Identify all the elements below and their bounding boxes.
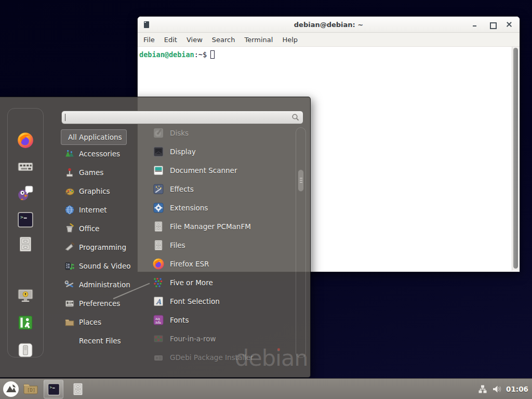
taskbar-terminal-active[interactable]: >	[44, 380, 63, 398]
volume-icon[interactable]	[492, 384, 501, 394]
app-fonts[interactable]: aaa& Fonts	[147, 312, 292, 328]
category-label: Office	[79, 224, 99, 233]
category-label: Sound & Video	[79, 262, 130, 270]
app-label: GDebi Package Installer	[170, 353, 254, 362]
app-files[interactable]: Files	[147, 237, 292, 254]
app-firefox-esr[interactable]: Firefox ESR	[147, 256, 292, 272]
app-display[interactable]: Display	[147, 143, 292, 160]
svg-text:A: A	[156, 298, 162, 305]
favorite-firefox[interactable]	[17, 131, 34, 149]
menu-button[interactable]	[3, 381, 19, 397]
app-extensions[interactable]: Extensions	[147, 200, 292, 216]
app-label: Fonts	[170, 316, 189, 324]
category-label: Games	[79, 168, 103, 177]
display-icon	[152, 145, 165, 158]
menu-help[interactable]: Help	[277, 34, 302, 46]
four-in-a-row-icon	[152, 332, 165, 345]
category-accessories[interactable]: Accessories	[61, 145, 144, 162]
app-four-in-a-row[interactable]: Four-in-a-row	[147, 330, 292, 347]
app-effects[interactable]: Effects	[147, 181, 292, 197]
games-icon	[64, 167, 75, 178]
file-cabinet-icon	[152, 239, 165, 251]
file-cabinet-icon	[152, 220, 165, 233]
svg-text:>: >	[49, 384, 52, 389]
category-label: Places	[79, 318, 101, 326]
log-out-icon	[17, 314, 34, 331]
gdebi-icon	[152, 351, 165, 364]
search-icon	[291, 113, 300, 122]
power-switch-icon	[17, 341, 34, 359]
fonts-icon: aaa&	[152, 314, 165, 326]
disks-icon	[152, 127, 165, 139]
app-label: Firefox ESR	[170, 260, 209, 268]
session-log-out[interactable]	[17, 314, 34, 331]
app-font-selection[interactable]: A Font Selection	[147, 293, 292, 310]
category-internet[interactable]: Internet	[61, 202, 144, 218]
minimize-button[interactable]	[472, 22, 478, 28]
font-selection-icon: A	[152, 295, 165, 308]
app-file-manager-pcmanfm[interactable]: File Manager PCManFM	[147, 218, 292, 235]
category-label: Preferences	[79, 299, 120, 308]
app-label: Document Scanner	[170, 166, 237, 175]
session-quit[interactable]	[17, 341, 34, 359]
app-label: Effects	[170, 185, 194, 193]
app-gdebi-package-installer[interactable]: GDebi Package Installer	[147, 349, 292, 366]
favorite-terminal[interactable]: >	[17, 211, 34, 229]
category-games[interactable]: Games	[61, 164, 144, 181]
session-lock-screen[interactable]	[17, 287, 34, 304]
app-label: Disks	[170, 129, 189, 137]
graphics-icon	[64, 186, 75, 196]
favorite-pidgin[interactable]	[17, 183, 34, 201]
recent-files-spacer	[64, 336, 75, 346]
menu-search[interactable]: Search	[207, 34, 240, 46]
category-preferences[interactable]: Preferences	[61, 295, 144, 312]
category-label: Graphics	[79, 187, 110, 195]
prompt-user-host: debian@debian	[139, 50, 194, 59]
svg-text:[D]: [D]	[27, 388, 35, 393]
category-sound-video[interactable]: Sound & Video	[61, 258, 144, 274]
firefox-icon	[17, 131, 34, 149]
prompt-suffix: :~$	[194, 50, 207, 59]
terminal-app-icon	[144, 21, 149, 28]
terminal-menubar: File Edit View Search Terminal Help	[138, 33, 520, 47]
category-programming[interactable]: Programming	[61, 239, 144, 256]
category-places[interactable]: Places	[61, 314, 144, 330]
desktop-folder-launcher[interactable]: [D]	[22, 381, 39, 397]
close-button[interactable]	[507, 22, 512, 28]
app-disks[interactable]: Disks	[147, 125, 292, 141]
menu-scrollbar[interactable]	[296, 127, 306, 358]
app-label: Five or More	[170, 278, 213, 287]
category-all-applications[interactable]: All Applications	[61, 129, 127, 145]
file-manager-launcher[interactable]	[71, 382, 85, 396]
menu-file[interactable]: File	[139, 34, 159, 46]
favorite-file-manager[interactable]	[17, 235, 34, 253]
app-document-scanner[interactable]: Document Scanner	[147, 162, 292, 179]
menu-terminal[interactable]: Terminal	[240, 34, 277, 46]
document-scanner-icon	[152, 164, 165, 177]
terminal-scrollbar-thumb[interactable]	[513, 48, 518, 269]
menu-logo-icon	[3, 381, 19, 397]
app-five-or-more[interactable]: Five or More	[147, 274, 292, 291]
clock[interactable]: 01:06	[506, 385, 530, 393]
terminal-titlebar[interactable]: debian@debian: ~	[138, 17, 520, 33]
menu-scrollbar-thumb[interactable]	[298, 169, 304, 192]
category-label: Administration	[79, 281, 130, 289]
maximize-button[interactable]	[489, 22, 495, 28]
favorite-keyboard[interactable]	[17, 158, 34, 176]
menu-edit[interactable]: Edit	[159, 34, 182, 46]
menu-view[interactable]: View	[182, 34, 207, 46]
category-graphics[interactable]: Graphics	[61, 183, 144, 200]
pidgin-icon	[17, 183, 34, 201]
category-label: Accessories	[79, 150, 120, 158]
app-label: Display	[170, 148, 196, 156]
file-cabinet-icon	[17, 235, 34, 253]
debian-watermark-dot	[277, 348, 280, 351]
search-input[interactable]	[61, 111, 303, 124]
terminal-scrollbar[interactable]	[512, 47, 519, 271]
network-icon[interactable]	[478, 384, 487, 394]
desktop: { "colors": { "desktop_bg": "#04041f", "…	[0, 0, 532, 399]
preferences-icon	[64, 298, 75, 309]
category-label: Programming	[79, 243, 126, 251]
category-recent-files[interactable]: Recent Files	[61, 332, 144, 349]
category-office[interactable]: Office	[61, 220, 144, 237]
